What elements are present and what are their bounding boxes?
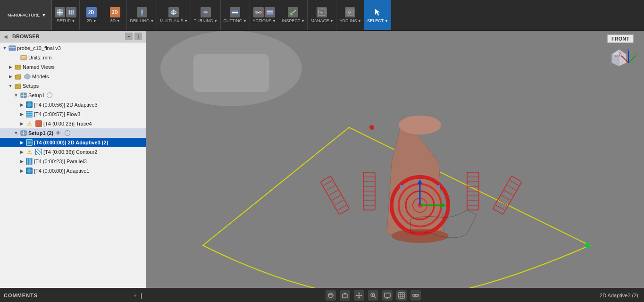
comments-section: COMMENTS + | bbox=[0, 292, 146, 299]
svg-rect-28 bbox=[9, 46, 16, 50]
svg-marker-109 bbox=[358, 297, 360, 299]
op3-label: [T4 (0:00:23)] Trace4 bbox=[43, 121, 92, 126]
svg-text:Y: Y bbox=[635, 51, 637, 56]
multiaxis-label: MULTI-AXIS ▼ bbox=[160, 18, 188, 23]
svg-text:2D: 2D bbox=[88, 10, 94, 15]
tree-op7-item[interactable]: ▶ [T4 (0:00:00)] Adaptive1 bbox=[0, 166, 146, 176]
op1-expand[interactable]: ▶ bbox=[19, 102, 25, 108]
toolbar-drilling[interactable]: DRILLING ▼ bbox=[127, 0, 157, 30]
op6-expand[interactable]: ▶ bbox=[19, 159, 25, 164]
named-views-label: Named Views bbox=[23, 64, 55, 70]
units-label: Units: mm bbox=[28, 55, 52, 60]
svg-text:%: % bbox=[319, 10, 323, 15]
tree-units-item[interactable]: Units: mm bbox=[0, 53, 146, 62]
browser-header: ◀ BROWSER − | bbox=[0, 31, 146, 42]
models-label: Models bbox=[32, 74, 49, 79]
toolbar-manage[interactable]: % MANAGE ▼ bbox=[308, 0, 336, 30]
op3-expand[interactable]: ▶ bbox=[19, 121, 25, 126]
inspect-label: INSPECT ▼ bbox=[282, 18, 305, 23]
tree-named-views-item[interactable]: ▶ Named Views bbox=[0, 62, 146, 72]
models-expand[interactable]: ▶ bbox=[8, 74, 13, 79]
tree-op4-item[interactable]: ▶ [T4 (0:00:00)] 2D Adaptive3 (2) bbox=[0, 138, 146, 147]
toolbar-cutting[interactable]: CUTTING ▼ bbox=[221, 0, 250, 30]
svg-point-47 bbox=[585, 243, 590, 248]
grid-icon-btn[interactable] bbox=[396, 290, 407, 301]
comments-add-btn[interactable]: + bbox=[134, 292, 137, 299]
browser-minus-btn[interactable]: − bbox=[125, 33, 133, 40]
models-3d-icon bbox=[24, 73, 31, 80]
toolbar-turning[interactable]: TURNING ▼ bbox=[191, 0, 221, 30]
op3-warning-icon: ⚠ bbox=[25, 120, 33, 127]
axis-indicator: X Y Z bbox=[617, 49, 640, 67]
tree-setup1-2-item[interactable]: ▼ Setup1 (2) 👁 bbox=[0, 128, 146, 138]
op1-icon bbox=[25, 101, 33, 109]
cad-scene bbox=[146, 31, 644, 288]
named-views-expand[interactable]: ▶ bbox=[8, 64, 13, 70]
view-label[interactable]: FRONT bbox=[607, 34, 634, 43]
setup1-2-icon bbox=[20, 129, 27, 137]
toolbar-inspect[interactable]: INSPECT ▼ bbox=[279, 0, 308, 30]
more-icon-btn[interactable] bbox=[410, 290, 421, 301]
collapse-icon[interactable]: ◀ bbox=[4, 34, 8, 39]
setup1-expand[interactable]: ▼ bbox=[13, 92, 19, 98]
browser-title: BROWSER bbox=[12, 34, 122, 39]
tree-op5-item[interactable]: ▶ ⚠ [T4 (0:00:36)] Contour2 bbox=[0, 147, 146, 157]
orbit-icon-btn[interactable] bbox=[326, 290, 336, 301]
tree-op3-item[interactable]: ▶ ⚠ [T4 (0:00:23)] Trace4 bbox=[0, 119, 146, 128]
display-icon-btn[interactable] bbox=[382, 290, 393, 301]
svg-point-90 bbox=[400, 185, 402, 188]
setups-expand[interactable]: ▼ bbox=[8, 83, 13, 89]
file-tree: ▼ probe_c10_final v3 bbox=[0, 42, 146, 288]
2d-label: 2D ▼ bbox=[87, 18, 96, 23]
2d-icon: 2D bbox=[86, 7, 97, 17]
setup1-2-expand[interactable]: ▼ bbox=[13, 130, 19, 136]
toolbar-addins[interactable]: ⚙ ADD-INS ▼ bbox=[336, 0, 364, 30]
setup1-2-label: Setup1 (2) bbox=[28, 130, 53, 136]
op2-icon bbox=[25, 110, 33, 118]
op3-icon bbox=[35, 120, 42, 127]
named-views-icon bbox=[14, 63, 22, 71]
svg-rect-119 bbox=[399, 293, 404, 298]
tree-op2-item[interactable]: ▶ [T4 (0:00:57)] Flow3 bbox=[0, 109, 146, 119]
tree-setup1-item[interactable]: ▼ Setup1 bbox=[0, 91, 146, 100]
op6-label: [T4 (0:00:23)] Parallel3 bbox=[34, 159, 87, 164]
pan-icon-btn[interactable] bbox=[354, 290, 364, 301]
op7-expand[interactable]: ▶ bbox=[19, 168, 25, 174]
svg-text:Z: Z bbox=[627, 49, 629, 51]
op2-expand[interactable]: ▶ bbox=[19, 111, 25, 117]
op4-label: [T4 (0:00:00)] 2D Adaptive3 (2) bbox=[34, 140, 108, 145]
browser-plus-btn[interactable]: | bbox=[134, 33, 142, 40]
toolbar-multiaxis[interactable]: MULTI-AXIS ▼ bbox=[157, 0, 191, 30]
root-expand[interactable]: ▼ bbox=[2, 45, 8, 51]
cutting-label: CUTTING ▼ bbox=[224, 18, 247, 23]
manufacture-arrow: ▼ bbox=[42, 13, 46, 17]
svg-marker-111 bbox=[361, 294, 362, 296]
tree-models-item[interactable]: ▶ Models bbox=[0, 72, 146, 81]
manufacture-menu[interactable]: MANUFACTURE ▼ bbox=[0, 0, 52, 30]
tree-root-item[interactable]: ▼ probe_c10_final v3 bbox=[0, 43, 146, 53]
svg-point-126 bbox=[415, 295, 416, 296]
svg-marker-105 bbox=[343, 293, 347, 294]
op7-label: [T4 (0:00:00)] Adaptive1 bbox=[34, 168, 89, 174]
svg-rect-116 bbox=[385, 293, 390, 297]
inspect-icon bbox=[288, 7, 298, 17]
toolbar-2d[interactable]: 2D 2D ▼ bbox=[80, 0, 103, 30]
3d-viewport[interactable]: FRONT FRONT X Y Z bbox=[146, 31, 644, 288]
home-icon-btn[interactable] bbox=[340, 290, 350, 301]
tree-setups-item[interactable]: ▼ Setups bbox=[0, 81, 146, 91]
tree-op1-item[interactable]: ▶ [T4 (0:00:56)] 2D Adaptive3 bbox=[0, 100, 146, 109]
root-label: probe_c10_final v3 bbox=[17, 45, 61, 51]
toolbar-setup[interactable]: SETUP ▼ bbox=[52, 0, 80, 30]
op5-expand[interactable]: ▶ bbox=[19, 149, 25, 155]
addins-icon: ⚙ bbox=[345, 7, 355, 17]
svg-point-17 bbox=[259, 11, 262, 14]
tree-op6-item[interactable]: ▶ [T4 (0:00:23)] Parallel3 bbox=[0, 157, 146, 166]
toolbar-actions[interactable]: ACTIONS ▼ bbox=[250, 0, 279, 30]
svg-point-91 bbox=[437, 185, 440, 188]
view-cube[interactable]: FRONT FRONT X Y Z bbox=[607, 34, 640, 67]
op4-expand[interactable]: ▶ bbox=[19, 140, 25, 145]
svg-line-96 bbox=[621, 56, 628, 63]
toolbar-select[interactable]: SELECT ▼ bbox=[364, 0, 391, 30]
zoom-icon-btn[interactable] bbox=[368, 290, 378, 301]
toolbar-3d[interactable]: 3D 3D ▼ bbox=[103, 0, 127, 30]
